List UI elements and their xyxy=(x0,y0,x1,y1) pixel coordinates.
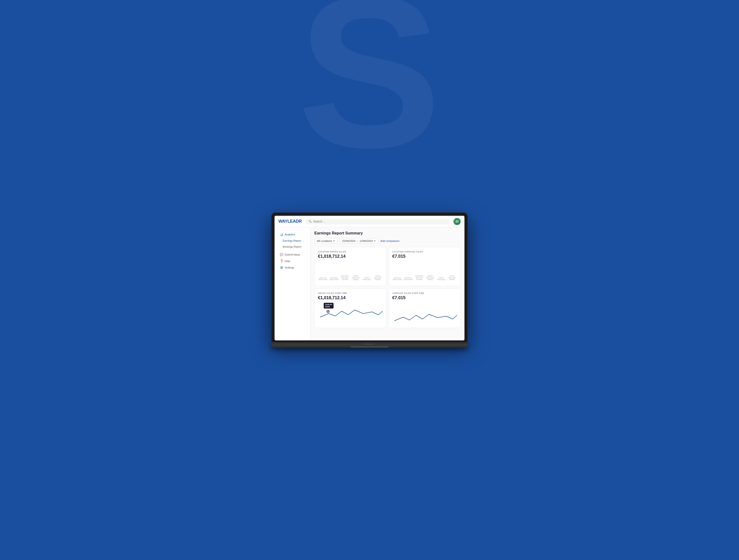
search-input[interactable] xyxy=(313,220,349,223)
help-icon: ❓ xyxy=(280,259,283,263)
sidebar-section-misc: 💬 Submit Ideas ❓ Help ⚙️ Settings xyxy=(275,251,310,271)
bar-group-6: DunnesStore StaffParking xyxy=(373,275,383,281)
sidebar-item-settings[interactable]: ⚙️ Settings xyxy=(276,264,309,271)
submit-ideas-icon: 💬 xyxy=(280,253,283,256)
bar-group-4: DooleysHotel GuestParking xyxy=(351,275,361,281)
sidebar-section-analytics: 📊 Analytics Earnings Report Bookings Rep… xyxy=(275,231,310,249)
bar-group-1: Quay LongStay Car Park xyxy=(318,276,328,281)
chart-gross-sales-over-time: GROSS SALES OVER TIME €1,018,712.14 €308… xyxy=(314,289,386,328)
bar-avg-1: Quay LongStay Car Park xyxy=(392,276,402,281)
chart-location-avg-sales: LOCATION AVERAGE SALES €7.015 Quay LongS… xyxy=(389,247,461,286)
filters-row: All Locations ▼ 01/06/2024 → 12/06/2024 … xyxy=(314,238,461,243)
app-logo: WAYLEADR xyxy=(278,219,302,224)
bar-group-3: Clyde WharfShort StayCar Park xyxy=(340,275,350,281)
sidebar-item-earnings-report[interactable]: Earnings Report xyxy=(276,238,309,243)
bar-avg-4: DooleysHotel GuestParking xyxy=(425,275,435,281)
chart-avg-sales-over-time: AVERAGE SALES OVER TIME €7.015 xyxy=(389,289,461,328)
sidebar-item-help[interactable]: ❓ Help xyxy=(276,258,309,264)
settings-icon: ⚙️ xyxy=(280,266,283,269)
avatar[interactable]: JD xyxy=(453,218,461,225)
search-bar[interactable]: 🔍 xyxy=(305,219,450,224)
chart-location-gross-sales: LOCATION GROSS SALES €1,018,712.14 Quay … xyxy=(314,247,386,286)
sidebar-item-bookings-report[interactable]: Bookings Report xyxy=(276,244,309,249)
filter-locations-button[interactable]: All Locations ▼ xyxy=(314,238,338,243)
page-title: Earnings Report Summary xyxy=(314,231,461,235)
bar-group-2: Quay ShortStay Car Park xyxy=(329,276,339,281)
bar-avg-2: Quay ShortStay Car Park xyxy=(403,276,413,281)
add-comparison-button[interactable]: Add comparison xyxy=(380,239,400,242)
bar-avg-6: DunnesStore StaffParking xyxy=(447,275,457,281)
line-chart-gross: €308.0003/06 xyxy=(318,303,383,324)
line-chart-avg xyxy=(392,303,457,324)
main-content: Earnings Report Summary All Locations ▼ … xyxy=(310,227,464,340)
analytics-icon: 📊 xyxy=(280,233,283,236)
laptop-wrapper: WAYLEADR 🔍 JD 📊 Analytics xyxy=(271,212,468,348)
app-header: WAYLEADR 🔍 JD xyxy=(275,216,464,227)
laptop-hinge xyxy=(365,344,374,345)
tooltip-dot xyxy=(327,311,329,312)
sidebar-item-submit-ideas[interactable]: 💬 Submit Ideas xyxy=(276,251,309,258)
chevron-down-icon: ▼ xyxy=(333,240,335,242)
bar-avg-3: Clyde WharfShort StayCar Park xyxy=(414,275,424,281)
app-layout: 📊 Analytics Earnings Report Bookings Rep… xyxy=(275,227,464,340)
bar-chart-gross: Quay LongStay Car Park Quay ShortStay Ca… xyxy=(318,261,383,281)
charts-grid: LOCATION GROSS SALES €1,018,712.14 Quay … xyxy=(314,247,461,328)
bar-avg-5: CustomsHouse Quay xyxy=(436,276,446,281)
laptop-base xyxy=(271,342,468,348)
chart-tooltip: €308.0003/06 xyxy=(324,303,333,309)
sidebar: 📊 Analytics Earnings Report Bookings Rep… xyxy=(275,227,310,340)
search-icon: 🔍 xyxy=(308,220,312,223)
bar-chart-avg: Quay LongStay Car Park Quay ShortStay Ca… xyxy=(392,261,457,281)
screen: WAYLEADR 🔍 JD 📊 Analytics xyxy=(275,216,464,340)
sidebar-item-analytics[interactable]: 📊 Analytics xyxy=(276,231,309,237)
line-chart-svg-avg xyxy=(392,308,457,327)
bar-group-5: CustomsHouse Quay xyxy=(362,276,372,281)
screen-bezel: WAYLEADR 🔍 JD 📊 Analytics xyxy=(271,212,468,342)
chevron-down-icon: ▼ xyxy=(374,240,376,242)
filter-date-button[interactable]: 01/06/2024 → 12/06/2024 ▼ xyxy=(339,238,379,243)
